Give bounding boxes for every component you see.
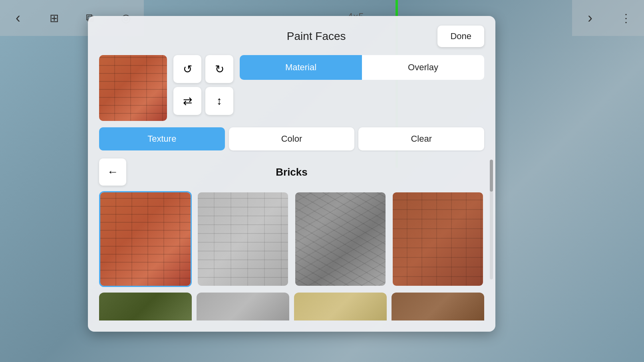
top-section: ↺ ↻ ⇄ ↕ Material Overlay [99,55,484,121]
scroll-indicator[interactable] [490,160,493,279]
texture-preview-image [99,55,167,121]
texture-cell-dark-green [99,293,192,320]
rotate-row: ↺ ↻ [173,55,233,83]
texture-cell-brown [392,293,484,320]
texture-grid-row2 [99,293,484,320]
back-toolbar-button[interactable]: ‹ [0,0,36,36]
play-toolbar-icon: › [588,10,592,26]
texture-item-gray-partial[interactable] [197,293,289,320]
dialog-title-row: Paint Faces Done [99,26,484,47]
overlay-tab[interactable]: Overlay [362,55,484,80]
more-toolbar-icon: ⋮ [620,12,632,25]
bricks-section: ← Bricks [99,158,484,320]
back-toolbar-icon: ‹ [16,10,20,26]
dialog-title: Paint Faces [195,30,437,43]
rotate-right-icon: ↻ [215,63,224,76]
texture-item-gray-block[interactable] [197,191,289,287]
flip-vertical-button[interactable]: ↕ [205,87,233,115]
texture-item-dark-green[interactable] [99,293,192,320]
scroll-thumb [490,160,493,192]
play-toolbar-button[interactable]: › [572,0,608,36]
more-toolbar-button[interactable]: ⋮ [608,0,644,36]
flip-row: ⇄ ↕ [173,87,233,115]
rotate-right-button[interactable]: ↻ [205,55,233,83]
flip-vertical-icon: ↕ [217,95,222,107]
mat-overlay-row: Material Overlay [240,55,484,80]
texture-item-brown[interactable] [392,293,484,320]
texture-item-terra[interactable] [392,191,484,287]
texture-cell-red-brick [100,192,191,286]
controls-area: ↺ ↻ ⇄ ↕ [173,55,233,115]
grid-toolbar-button[interactable]: ⊞ [36,0,72,36]
texture-item-sand[interactable] [294,293,387,320]
texture-item-stone[interactable] [294,191,387,287]
flip-horizontal-icon: ⇄ [183,95,192,108]
color-button[interactable]: Color [229,127,355,150]
back-button[interactable]: ← [99,158,126,186]
texture-cell-stone [295,192,386,286]
rotate-left-icon: ↺ [183,63,192,76]
bricks-title: Bricks [134,166,449,178]
texture-cell-sand [294,293,387,320]
flip-horizontal-button[interactable]: ⇄ [173,87,201,115]
back-icon: ← [107,166,118,178]
paint-faces-dialog: Paint Faces Done ↺ ↻ ⇄ ↕ [88,16,495,332]
texture-cell-terra [393,192,483,286]
texture-cell-gray-partial [197,293,289,320]
texture-button[interactable]: Texture [99,127,225,150]
texture-cell-gray-block [198,192,288,286]
rotate-left-button[interactable]: ↺ [173,55,201,83]
action-row: Texture Color Clear [99,127,484,150]
texture-item-red-brick[interactable] [99,191,192,287]
bricks-header: ← Bricks [99,158,484,186]
texture-grid [99,191,484,287]
done-button[interactable]: Done [437,26,484,47]
clear-button[interactable]: Clear [358,127,484,150]
texture-preview [99,55,167,121]
grid-toolbar-icon: ⊞ [50,12,59,25]
material-tab[interactable]: Material [240,55,362,80]
tab-row: Material Overlay [240,55,484,80]
